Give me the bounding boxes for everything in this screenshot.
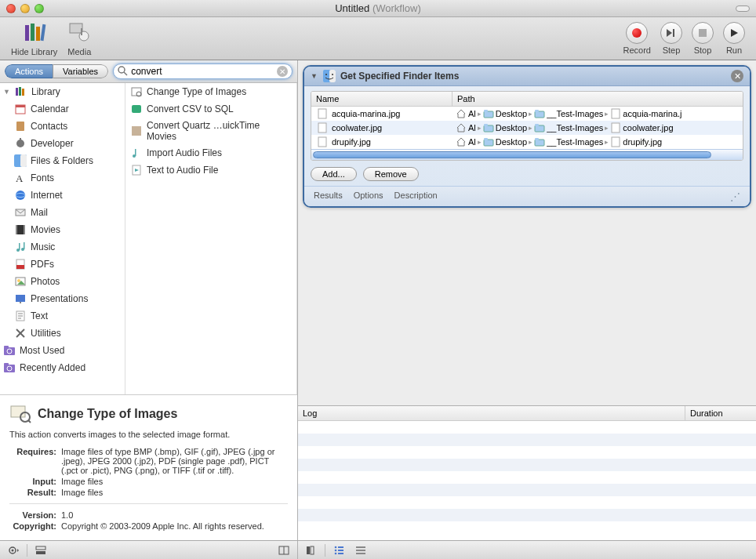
search-result-item[interactable]: Change Type of Images xyxy=(125,83,296,100)
smart-folder-item[interactable]: Most Used xyxy=(0,342,125,359)
svg-rect-93 xyxy=(36,551,45,554)
svg-rect-84 xyxy=(484,140,493,146)
category-label: Presentations xyxy=(31,293,88,304)
svg-rect-92 xyxy=(36,546,45,550)
category-item[interactable]: Music xyxy=(0,238,125,256)
search-result-label: Import Audio Files xyxy=(147,147,222,158)
chevron-right-icon: ▸ xyxy=(478,138,482,146)
chevron-right-icon: ▸ xyxy=(605,138,609,146)
file-icon xyxy=(316,136,329,148)
category-item[interactable]: Photos xyxy=(0,273,125,290)
category-item[interactable]: Developer xyxy=(0,135,125,152)
search-result-item[interactable]: Text to Audio File xyxy=(125,162,296,179)
category-item[interactable]: Internet xyxy=(0,187,125,204)
category-item[interactable]: Presentations xyxy=(0,290,125,307)
category-item[interactable]: Files & Folders xyxy=(0,152,125,169)
footer-options[interactable]: Options xyxy=(354,191,383,202)
svg-rect-33 xyxy=(24,242,25,249)
svg-point-37 xyxy=(17,279,20,282)
add-button[interactable]: Add... xyxy=(311,167,357,181)
action-type-icon xyxy=(130,164,143,176)
workflow-canvas[interactable]: ▼ Get Specified Finder Items ✕ Name Path… xyxy=(298,60,756,405)
media-button[interactable]: Media xyxy=(67,20,92,56)
file-table: Name Path acquia-marina.jpgAl▸Desktop▸__… xyxy=(311,91,743,161)
category-icon xyxy=(14,189,27,201)
search-result-item[interactable]: Convert CSV to SQL xyxy=(125,100,296,118)
file-row[interactable]: acquia-marina.jpgAl▸Desktop▸__Test-Image… xyxy=(311,107,743,121)
gear-menu-button[interactable] xyxy=(5,543,22,557)
library-categories: ▼ Library CalendarContactsDeveloperFiles… xyxy=(0,83,125,394)
footer-results[interactable]: Results xyxy=(314,191,343,202)
action-type-icon xyxy=(130,125,143,137)
stop-label: Stop xyxy=(694,45,712,55)
tab-variables[interactable]: Variables xyxy=(53,64,108,78)
view-lines-button[interactable] xyxy=(352,543,369,557)
svg-rect-96 xyxy=(307,546,310,554)
column-header-name[interactable]: Name xyxy=(311,92,453,106)
category-icon xyxy=(14,103,27,115)
svg-rect-58 xyxy=(135,149,136,156)
stop-button[interactable]: Stop xyxy=(692,22,714,55)
category-label: Movies xyxy=(31,224,60,235)
run-icon xyxy=(723,22,745,44)
smart-folder-icon xyxy=(3,361,16,374)
category-item[interactable]: AFonts xyxy=(0,169,125,187)
smart-folder-label: Recently Added xyxy=(20,362,85,373)
svg-text:A: A xyxy=(16,172,24,184)
category-item[interactable]: Utilities xyxy=(0,325,125,342)
record-button[interactable]: Record xyxy=(623,22,651,55)
hide-library-button[interactable]: Hide Library xyxy=(11,20,57,56)
file-name: drupify.jpg xyxy=(332,137,371,147)
category-icon xyxy=(14,275,27,288)
svg-rect-71 xyxy=(484,110,488,112)
category-icon xyxy=(14,223,27,236)
category-item[interactable]: Contacts xyxy=(0,118,125,135)
search-result-label: Convert Quartz …uickTime Movies xyxy=(147,120,292,142)
clear-search-button[interactable]: ✕ xyxy=(277,66,288,77)
step-button[interactable]: Step xyxy=(660,22,682,55)
svg-rect-106 xyxy=(356,553,365,554)
svg-rect-79 xyxy=(535,125,544,132)
category-label: Contacts xyxy=(31,121,67,132)
category-item[interactable]: Mail xyxy=(0,204,125,221)
file-row[interactable]: drupify.jpgAl▸Desktop▸__Test-Images▸drup… xyxy=(311,135,743,149)
toggle-details-button[interactable] xyxy=(32,543,49,557)
log-panel: Log Duration xyxy=(298,405,756,540)
column-header-log[interactable]: Log xyxy=(298,406,685,420)
disclosure-triangle[interactable]: ▼ xyxy=(311,72,318,80)
resize-grip-icon[interactable]: ⋰ xyxy=(730,191,740,202)
search-icon xyxy=(118,66,128,76)
column-header-path[interactable]: Path xyxy=(453,92,743,106)
remove-button[interactable]: Remove xyxy=(363,167,419,181)
search-result-item[interactable]: Convert Quartz …uickTime Movies xyxy=(125,118,296,144)
category-item[interactable]: Text xyxy=(0,307,125,325)
svg-point-67 xyxy=(332,74,333,75)
category-item[interactable]: PDFs xyxy=(0,256,125,273)
category-item[interactable]: Movies xyxy=(0,221,125,238)
svg-point-24 xyxy=(16,191,25,200)
search-input[interactable] xyxy=(113,64,293,79)
svg-marker-10 xyxy=(731,29,738,37)
run-button[interactable]: Run xyxy=(723,22,745,55)
category-icon xyxy=(14,137,27,150)
svg-rect-51 xyxy=(4,363,9,365)
action-remove-button[interactable]: ✕ xyxy=(731,70,743,82)
view-list-button[interactable] xyxy=(330,543,347,557)
search-result-item[interactable]: Import Audio Files xyxy=(125,144,296,162)
view-flow-button[interactable] xyxy=(303,543,320,557)
tab-actions[interactable]: Actions xyxy=(5,64,53,78)
horizontal-scrollbar[interactable] xyxy=(311,149,743,160)
smart-folder-item[interactable]: Recently Added xyxy=(0,359,125,376)
library-root[interactable]: ▼ Library xyxy=(0,83,125,100)
svg-rect-78 xyxy=(484,124,488,126)
window-title: Untitled (Workflow) xyxy=(0,2,756,14)
svg-rect-17 xyxy=(16,105,25,107)
footer-description[interactable]: Description xyxy=(394,191,438,202)
svg-rect-6 xyxy=(81,28,82,35)
column-header-duration[interactable]: Duration xyxy=(685,406,756,420)
statusbar xyxy=(0,540,756,559)
category-icon xyxy=(14,310,27,322)
file-row[interactable]: coolwater.jpgAl▸Desktop▸__Test-Images▸co… xyxy=(311,121,743,135)
toggle-layout-button[interactable] xyxy=(275,543,293,557)
category-item[interactable]: Calendar xyxy=(0,100,125,118)
